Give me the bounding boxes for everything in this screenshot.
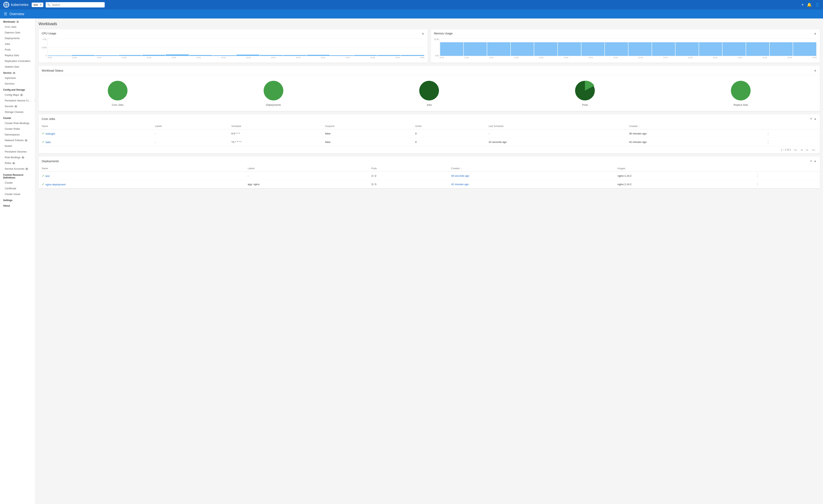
cell-created: 42 minutes ago	[448, 180, 615, 189]
sidebar-item-persistent-volumes[interactable]: Persistent Volumes	[0, 149, 35, 155]
memory-bar	[770, 42, 793, 56]
sidebar-item-deployments[interactable]: Deployments	[0, 35, 35, 41]
cell-status: ✓ test	[38, 172, 244, 180]
sidebar-item-ingresses[interactable]: Ingresses	[0, 75, 35, 81]
row-name-link[interactable]: hello	[45, 141, 51, 144]
cron-jobs-title: Cron Jobs	[42, 117, 55, 120]
sidebar-item-service-accounts[interactable]: Service Accounts N	[0, 166, 35, 172]
pagination-next[interactable]: ▶	[805, 148, 810, 152]
sidebar-item-nodes[interactable]: Nodes	[0, 143, 35, 149]
cpu-bar	[307, 55, 330, 56]
memory-x-labels: 10:3510:3610:3710:3810:3910:4010:4110:42…	[440, 57, 817, 58]
sidebar-item-storage-classes[interactable]: Storage Classes	[0, 109, 35, 115]
sidebar-item-network-policies[interactable]: Network Policies N	[0, 138, 35, 143]
cell-row-menu[interactable]: ⋮	[763, 138, 820, 146]
sidebar-item-jobs[interactable]: Jobs	[0, 41, 35, 47]
row-menu-icon[interactable]: ⋮	[766, 132, 770, 136]
row-menu-icon[interactable]: ⋮	[756, 182, 759, 186]
col-schedule: Schedule	[228, 123, 322, 130]
cell-schedule: */1 * * * *	[228, 138, 322, 146]
deployments-collapse[interactable]: ▲	[814, 159, 817, 163]
row-name-link[interactable]: midnight	[45, 132, 55, 135]
cell-created: 36 minutes ago	[626, 130, 763, 138]
col-name: Name	[38, 166, 244, 172]
cell-images: nginx:1.14.2	[615, 180, 753, 189]
pagination-first[interactable]: |◀	[793, 148, 798, 152]
workload-status-collapse[interactable]: ▲	[814, 69, 817, 72]
cpu-bar	[401, 55, 424, 56]
hamburger-icon[interactable]: ☰	[4, 12, 7, 16]
sidebar-item-replica-sets[interactable]: Replica Sets	[0, 52, 35, 58]
deployments-card: Deployments ≡ ▲ Name Labels Pods Created…	[38, 157, 820, 188]
sidebar-item-crd-cluster[interactable]: Cluster	[0, 180, 35, 186]
cell-row-menu[interactable]: ⋮	[753, 172, 820, 180]
memory-y-axis: 10 Mi 0 Mi	[434, 38, 440, 60]
cpu-chart-title: CPU Usage	[42, 32, 56, 35]
row-menu-icon[interactable]: ⋮	[766, 140, 770, 144]
svg-point-2	[108, 81, 128, 100]
sidebar-item-pods[interactable]: Pods	[0, 47, 35, 52]
deployments-table: Name Labels Pods Created ↑ Images ✓ test…	[38, 166, 820, 188]
memory-chart-collapse[interactable]: ▲	[814, 32, 817, 35]
sidebar-item-cluster-roles[interactable]: Cluster Roles	[0, 126, 35, 132]
created-link[interactable]: 48 seconds ago	[451, 174, 469, 177]
cell-suspend: false	[322, 138, 412, 146]
cron-jobs-collapse[interactable]: ▲	[814, 117, 817, 120]
cell-row-menu[interactable]: ⋮	[763, 130, 820, 138]
settings-section-header[interactable]: Settings	[0, 197, 35, 203]
cpu-chart-collapse[interactable]: ▲	[422, 32, 425, 35]
memory-bars	[440, 38, 817, 56]
memory-bar	[605, 42, 628, 56]
sidebar-item-crd-cluster-issuer[interactable]: Cluster Issuer	[0, 191, 35, 197]
app-logo[interactable]: kubernetes	[3, 2, 28, 8]
svg-point-6	[731, 81, 751, 100]
sidebar-item-pvc[interactable]: Persistent Volume Claims N	[0, 98, 35, 103]
created-link[interactable]: 42 minutes ago	[451, 183, 469, 186]
sidebar-item-cluster-role-bindings[interactable]: Cluster Role Bindings	[0, 120, 35, 126]
notifications-button[interactable]: 🔔	[807, 2, 812, 7]
cpu-chart-body: 0.01 0.005 0	[38, 37, 428, 63]
about-section-header[interactable]: About	[0, 203, 35, 208]
user-menu-button[interactable]: 👤	[815, 2, 820, 7]
sidebar-item-role-bindings[interactable]: Role Bindings N	[0, 155, 35, 160]
app-name: kubernetes	[11, 3, 28, 7]
memory-bar	[699, 42, 722, 56]
cell-created: 48 seconds ago	[448, 172, 615, 180]
status-ok-icon: ✓	[42, 132, 45, 136]
col-labels: Labels	[152, 123, 228, 130]
memory-bar	[558, 42, 581, 56]
main-content: Workloads CPU Usage ▲ 0.01 0.005 0	[35, 18, 823, 504]
cpu-bar	[354, 55, 377, 56]
namespace-wrapper: test	[32, 3, 43, 7]
sidebar-item-replication-controllers[interactable]: Replication Controllers	[0, 58, 35, 64]
cron-jobs-filter-icon[interactable]: ≡	[810, 117, 812, 120]
pagination-last[interactable]: ▶|	[811, 148, 817, 152]
cell-row-menu[interactable]: ⋮	[753, 180, 820, 189]
cell-status: ✓ hello	[38, 138, 152, 146]
sidebar-item-secrets[interactable]: Secrets N	[0, 103, 35, 109]
cpu-bar	[166, 54, 189, 56]
sidebar-item-namespaces[interactable]: Namespaces	[0, 132, 35, 138]
sidebar-item-cron-jobs[interactable]: Cron Jobs	[0, 24, 35, 30]
col-suspend: Suspend	[322, 123, 412, 130]
table-row: ✓ hello - */1 * * * * false 0 24 seconds…	[38, 138, 820, 146]
add-button[interactable]: +	[801, 3, 804, 7]
search-input[interactable]	[46, 2, 105, 7]
cell-active: 0	[412, 130, 485, 138]
sidebar-item-roles[interactable]: Roles N	[0, 160, 35, 166]
row-menu-icon[interactable]: ⋮	[756, 174, 759, 178]
deployments-filter-icon[interactable]: ≡	[810, 159, 812, 163]
table-row: ✓ test - 2 / 2 48 seconds ago nginx:1.14…	[38, 172, 820, 180]
sidebar-item-config-maps[interactable]: Config Maps N	[0, 92, 35, 98]
sidebar-item-services[interactable]: Services	[0, 81, 35, 86]
sidebar-item-crd-certificate[interactable]: Certificate	[0, 186, 35, 191]
deployments-pie	[263, 80, 284, 101]
pagination-prev[interactable]: ◀	[799, 148, 804, 152]
namespace-select[interactable]: test	[32, 3, 43, 7]
row-name-link[interactable]: test	[45, 175, 49, 178]
cron-jobs-header: Cron Jobs ≡ ▲	[38, 114, 820, 123]
sidebar-item-stateful-sets[interactable]: Stateful Sets	[0, 64, 35, 69]
col-created: Created ↑	[626, 123, 763, 130]
row-name-link[interactable]: nginx-deployment	[45, 183, 66, 186]
sidebar-item-daemon-sets[interactable]: Daemon Sets	[0, 30, 35, 35]
